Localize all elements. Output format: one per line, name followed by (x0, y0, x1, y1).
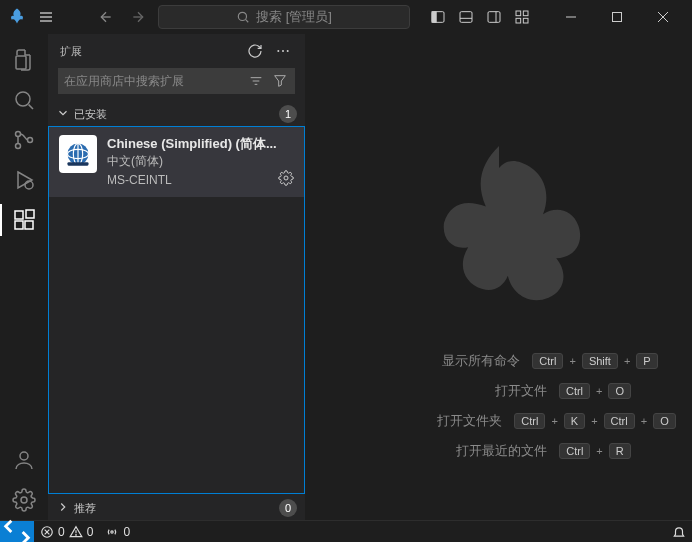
shortcut-label: 显示所有命令 (340, 352, 520, 370)
shortcut-keys: Ctrl+O (559, 383, 631, 399)
extension-name: Chinese (Simplified) (简体... (107, 135, 294, 153)
shortcut-row: 打开文件夹Ctrl+K+Ctrl+O (322, 412, 675, 430)
installed-count-badge: 1 (279, 105, 297, 123)
svg-rect-31 (26, 210, 34, 218)
svg-point-24 (16, 144, 21, 149)
svg-rect-12 (516, 11, 521, 16)
extension-description: 中文(简体) (107, 153, 294, 170)
filter-button[interactable] (271, 72, 289, 90)
toggle-primary-sidebar-button[interactable] (426, 5, 450, 29)
antenna-icon (105, 525, 119, 539)
plus-separator: + (641, 415, 647, 427)
run-debug-tab[interactable] (0, 160, 48, 200)
minimize-button[interactable] (550, 3, 592, 31)
notifications-button[interactable] (666, 521, 692, 542)
svg-point-32 (20, 452, 28, 460)
extension-manage-button[interactable] (278, 170, 294, 189)
error-count: 0 (58, 525, 65, 539)
nav-back-button[interactable] (94, 5, 118, 29)
svg-point-23 (16, 132, 21, 137)
installed-extensions-list: Chinese (Simplified) (简体... 中文(简体) MS-CE… (48, 126, 305, 494)
maximize-button[interactable] (596, 3, 638, 31)
search-icon (236, 10, 250, 24)
shortcut-label: 打开文件夹 (322, 412, 502, 430)
sidebar-title: 扩展 (60, 44, 237, 59)
error-icon (40, 525, 54, 539)
chevron-down-icon (56, 106, 70, 122)
menu-button[interactable] (34, 5, 58, 29)
customize-layout-button[interactable] (510, 5, 534, 29)
extensions-sidebar: 扩展 已安装 1 Chinese (Simplified) (简体... 中文(… (48, 34, 306, 520)
svg-point-25 (28, 138, 33, 143)
svg-rect-28 (15, 211, 23, 219)
warning-count: 0 (87, 525, 94, 539)
extension-search-input[interactable] (64, 74, 241, 88)
extensions-tab[interactable] (0, 200, 48, 240)
problems-button[interactable]: 0 0 (34, 521, 99, 542)
accounts-button[interactable] (0, 440, 48, 480)
plus-separator: + (624, 355, 630, 367)
shortcut-keys: Ctrl+R (559, 443, 631, 459)
svg-point-3 (238, 12, 246, 20)
shortcut-label: 打开文件 (367, 382, 547, 400)
shortcut-row: 打开最近的文件Ctrl+R (367, 442, 631, 460)
ports-count: 0 (123, 525, 130, 539)
svg-rect-7 (432, 12, 436, 23)
search-placeholder-text: 搜索 [管理员] (256, 8, 332, 26)
svg-point-51 (111, 530, 113, 532)
svg-rect-44 (68, 162, 89, 166)
editor-watermark-icon (389, 124, 609, 347)
keycap: Ctrl (559, 443, 590, 459)
svg-point-45 (284, 176, 288, 180)
editor-area: 显示所有命令Ctrl+Shift+P打开文件Ctrl+O打开文件夹Ctrl+K+… (306, 34, 692, 520)
installed-label: 已安装 (74, 107, 275, 122)
refresh-button[interactable] (245, 41, 265, 61)
installed-section-header[interactable]: 已安装 1 (48, 102, 305, 126)
chevron-right-icon (56, 500, 70, 516)
shortcut-row: 打开文件Ctrl+O (367, 382, 631, 400)
recommended-section-header[interactable]: 推荐 0 (48, 496, 305, 520)
shortcut-label: 打开最近的文件 (367, 442, 547, 460)
svg-rect-14 (516, 18, 521, 23)
nav-forward-button[interactable] (126, 5, 150, 29)
svg-line-4 (246, 20, 249, 23)
remote-button[interactable] (0, 521, 34, 543)
svg-point-36 (287, 50, 289, 52)
search-tab[interactable] (0, 80, 48, 120)
bell-icon (672, 525, 686, 539)
plus-separator: + (569, 355, 575, 367)
welcome-shortcuts: 显示所有命令Ctrl+Shift+P打开文件Ctrl+O打开文件夹Ctrl+K+… (306, 352, 692, 460)
toggle-panel-button[interactable] (454, 5, 478, 29)
close-button[interactable] (642, 3, 684, 31)
keycap: Ctrl (604, 413, 635, 429)
recommended-label: 推荐 (74, 501, 275, 516)
keycap: Ctrl (532, 353, 563, 369)
keycap: O (653, 413, 676, 429)
plus-separator: + (596, 385, 602, 397)
clear-filter-button[interactable] (247, 72, 265, 90)
svg-line-22 (29, 105, 33, 109)
svg-rect-17 (613, 13, 622, 22)
svg-rect-20 (16, 56, 26, 69)
ports-button[interactable]: 0 (99, 521, 136, 542)
sidebar-header: 扩展 (48, 34, 305, 68)
extension-item[interactable]: Chinese (Simplified) (简体... 中文(简体) MS-CE… (49, 127, 304, 197)
command-center-search[interactable]: 搜索 [管理员] (158, 5, 410, 29)
svg-rect-29 (15, 221, 23, 229)
layout-controls (426, 5, 534, 29)
settings-button[interactable] (0, 480, 48, 520)
keycap: Shift (582, 353, 618, 369)
recommended-count-badge: 0 (279, 499, 297, 517)
title-bar: 搜索 [管理员] (0, 0, 692, 34)
svg-rect-8 (460, 12, 472, 23)
extension-search-box[interactable] (58, 68, 295, 94)
svg-rect-10 (488, 12, 500, 23)
source-control-tab[interactable] (0, 120, 48, 160)
toggle-secondary-sidebar-button[interactable] (482, 5, 506, 29)
explorer-tab[interactable] (0, 40, 48, 80)
status-bar: 0 0 0 (0, 520, 692, 542)
window-controls (550, 3, 684, 31)
svg-point-34 (277, 50, 279, 52)
more-actions-button[interactable] (273, 41, 293, 61)
shortcut-keys: Ctrl+K+Ctrl+O (514, 413, 675, 429)
